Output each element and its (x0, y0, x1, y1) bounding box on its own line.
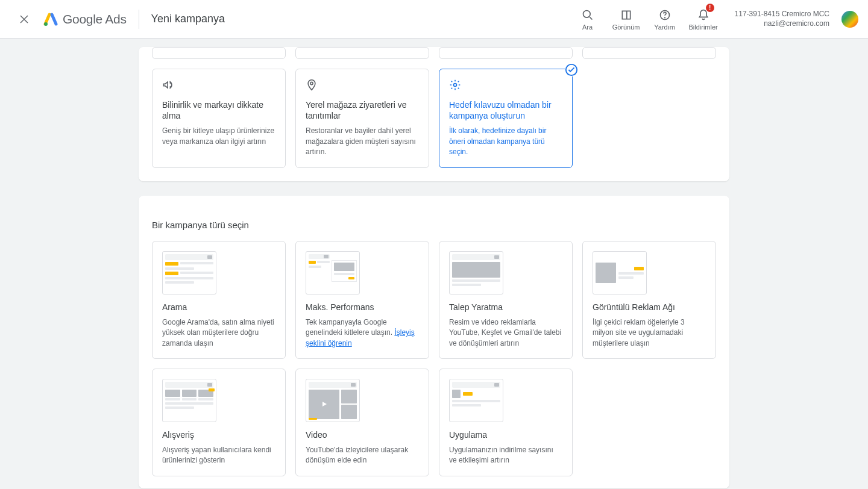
check-circle-icon (565, 63, 578, 76)
type-shopping[interactable]: Alışveriş Alışveriş yapan kullanıcılara … (152, 369, 286, 476)
thumb-demand (449, 251, 503, 294)
type-desc: Tek kampanyayla Google genelindeki kitle… (306, 317, 419, 349)
thumb-pmax (306, 251, 360, 294)
avatar[interactable] (841, 11, 858, 28)
account-id-line: 117-391-8415 Cremicro MCC (735, 10, 829, 19)
goals-card: Bilinirlik ve markayı dikkate alma Geniş… (139, 47, 729, 181)
pmax-desc-text: Tek kampanyayla Google genelindeki kitle… (306, 318, 394, 337)
svg-point-4 (664, 17, 665, 17)
ads-logo-icon (43, 12, 58, 26)
goal-desc: Geniş bir kitleye ulaşıp ürünlerinize ve… (162, 126, 275, 147)
type-title: Talep Yaratma (449, 302, 562, 313)
type-display[interactable]: Görüntülü Reklam Ağı İlgi çekici reklam … (582, 241, 716, 359)
type-desc: Google Arama'da, satın alma niyeti yükse… (162, 317, 275, 349)
type-title: Alışveriş (162, 429, 275, 440)
type-desc: Alışveriş yapan kullanıcılara kendi ürün… (162, 445, 275, 466)
goal-placeholder[interactable] (439, 47, 573, 59)
goal-awareness[interactable]: Bilinirlik ve markayı dikkate alma Geniş… (152, 69, 286, 168)
view-label: Görünüm (612, 23, 640, 31)
type-desc: Resim ve video reklamlarla YouTube, Keşf… (449, 317, 562, 349)
thumb-app (449, 379, 503, 422)
goal-placeholder[interactable] (582, 47, 716, 59)
thumb-display (593, 251, 647, 294)
account-info: 117-391-8415 Cremicro MCC nazli@cremicro… (735, 10, 829, 28)
notifications-button[interactable]: ! Bildirimler (687, 2, 720, 36)
search-label: Ara (582, 23, 593, 31)
help-label: Yardım (654, 23, 675, 31)
goal-desc: İlk olarak, hedefinize dayalı bir öneri … (449, 126, 562, 157)
goal-placeholder[interactable] (295, 47, 429, 59)
type-title: Uygulama (449, 429, 562, 440)
app-header: Google Ads Yeni kampanya Ara Görünüm Yar… (0, 0, 868, 39)
brand-name: Google Ads (63, 12, 127, 26)
svg-point-7 (454, 84, 457, 87)
type-title: Maks. Performans (306, 302, 419, 313)
type-title: Görüntülü Reklam Ağı (593, 302, 706, 313)
svg-point-1 (583, 10, 590, 17)
type-title: Arama (162, 302, 275, 313)
type-pmax[interactable]: Maks. Performans Tek kampanyayla Google … (295, 241, 429, 359)
thumb-shopping (162, 379, 216, 422)
goal-local[interactable]: Yerel mağaza ziyaretleri ve tanıtımlar R… (295, 69, 429, 168)
notifications-label: Bildirimler (688, 23, 717, 31)
type-demand[interactable]: Talep Yaratma Resim ve video reklamlarla… (439, 241, 573, 359)
selected-check (565, 63, 578, 76)
notification-badge: ! (706, 4, 714, 12)
svg-point-0 (44, 22, 48, 26)
brand-logo: Google Ads (43, 12, 127, 26)
gear-icon (449, 79, 461, 91)
type-app[interactable]: Uygulama Uygulamanızın indirilme sayısın… (439, 369, 573, 476)
goal-placeholder[interactable] (152, 47, 286, 59)
goal-desc: Restoranlar ve bayiler dahil yerel mağaz… (306, 126, 419, 157)
pin-icon (306, 79, 318, 91)
type-search[interactable]: Arama Google Arama'da, satın alma niyeti… (152, 241, 286, 359)
type-desc: Uygulamanızın indirilme sayısını ve etki… (449, 445, 562, 466)
svg-point-5 (310, 82, 313, 84)
divider (139, 10, 139, 29)
type-video[interactable]: Video YouTube'da izleyicilere ulaşarak d… (295, 369, 429, 476)
search-icon (582, 9, 594, 21)
page-title: Yeni kampanya (151, 13, 225, 25)
campaign-type-card: Bir kampanya türü seçin Arama Google Ara… (139, 196, 729, 488)
play-icon (321, 401, 327, 407)
goal-title: Hedef kılavuzu olmadan bir kampanya oluş… (449, 99, 562, 121)
account-email: nazli@cremicro.com (764, 19, 829, 29)
goal-noguide[interactable]: Hedef kılavuzu olmadan bir kampanya oluş… (439, 69, 573, 168)
help-icon (659, 9, 671, 21)
search-button[interactable]: Ara (571, 2, 605, 36)
thumb-search (162, 251, 216, 294)
view-button[interactable]: Görünüm (609, 2, 643, 36)
goal-title: Bilinirlik ve markayı dikkate alma (162, 99, 275, 121)
help-button[interactable]: Yardım (648, 2, 682, 36)
close-button[interactable] (10, 5, 39, 34)
view-icon (620, 9, 632, 21)
type-desc: YouTube'da izleyicilere ulaşarak dönüşüm… (306, 445, 419, 466)
close-icon (19, 14, 30, 25)
goal-title: Yerel mağaza ziyaretleri ve tanıtımlar (306, 99, 419, 121)
thumb-video (306, 379, 360, 422)
megaphone-icon (162, 79, 174, 91)
type-title: Video (306, 429, 419, 440)
section-title: Bir kampanya türü seçin (152, 208, 716, 232)
type-desc: İlgi çekici reklam öğeleriyle 3 milyon s… (593, 317, 706, 349)
header-actions: Ara Görünüm Yardım ! Bildirimler 117-391… (571, 2, 858, 36)
